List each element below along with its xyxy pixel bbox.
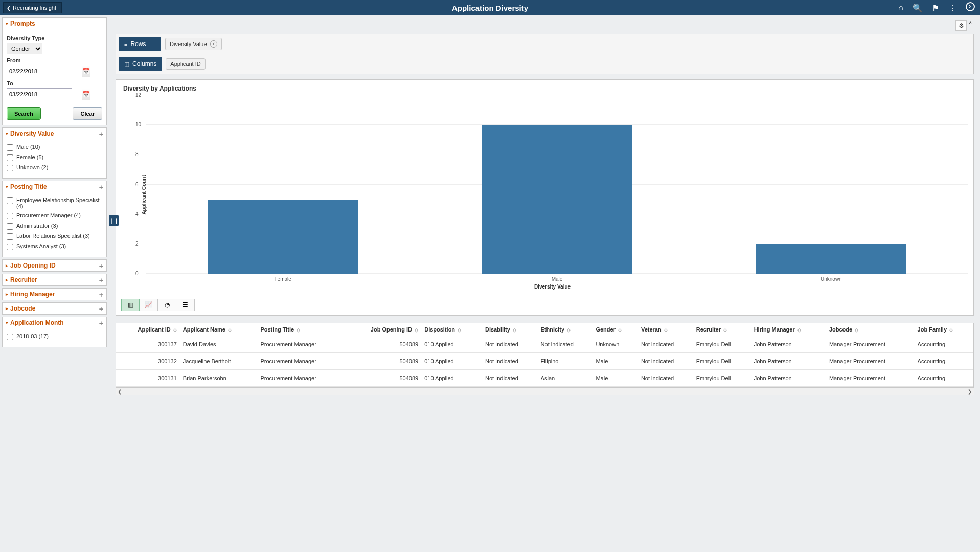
flag-icon[interactable]: ⚑ — [932, 3, 939, 13]
table-cell: Emmylou Dell — [693, 353, 751, 370]
column-header[interactable]: Jobcode ◇ — [826, 323, 915, 336]
item-label: 2018-03 (17) — [16, 333, 49, 339]
sidebar: ▾ Prompts Diversity Type Gender From 📅 T… — [0, 15, 109, 552]
list-item[interactable]: Male (10) — [7, 142, 102, 152]
add-icon[interactable]: + — [99, 262, 103, 270]
scroll-right-icon[interactable]: ❯ — [968, 389, 972, 394]
panel-header[interactable]: ▸Job Opening ID+ — [3, 260, 106, 271]
diversity-type-select[interactable]: Gender — [7, 43, 42, 54]
table-cell: Not Indicated — [482, 336, 538, 353]
column-header[interactable]: Job Opening ID ◇ — [345, 323, 421, 336]
ytick-label: 0 — [135, 271, 139, 276]
back-button[interactable]: ❮ Recruiting Insight — [3, 2, 62, 13]
panel-header[interactable]: ▸Jobcode+ — [3, 303, 106, 314]
column-header[interactable]: Disposition ◇ — [421, 323, 482, 336]
checkbox[interactable] — [7, 154, 13, 161]
home-icon[interactable]: ⌂ — [898, 3, 903, 12]
list-item[interactable]: Unknown (2) — [7, 163, 102, 173]
table-cell: Emmylou Dell — [693, 370, 751, 387]
item-label: Administrator (3) — [16, 223, 58, 229]
list-item[interactable]: Labor Relations Specialist (3) — [7, 231, 102, 241]
add-icon[interactable]: + — [99, 305, 103, 313]
checkbox[interactable] — [7, 165, 13, 171]
pie-chart-icon[interactable]: ◔ — [158, 299, 176, 311]
more-icon[interactable]: ⋮ — [948, 3, 956, 13]
list-item[interactable]: Systems Analyst (3) — [7, 241, 102, 252]
search-icon[interactable]: 🔍 — [913, 3, 923, 13]
table-cell: Brian Parkersohn — [180, 370, 258, 387]
chart-bar[interactable] — [208, 200, 358, 274]
checkbox[interactable] — [7, 244, 13, 250]
checkbox[interactable] — [7, 233, 13, 240]
calendar-icon[interactable]: 📅 — [82, 65, 90, 77]
add-icon[interactable]: + — [99, 183, 103, 191]
scroll-left-icon[interactable]: ❮ — [118, 389, 122, 394]
rows-label[interactable]: ≡ Rows — [119, 37, 161, 51]
horizontal-scrollbar[interactable]: ❮ ❯ — [116, 387, 974, 395]
to-date-field[interactable]: 📅 — [7, 88, 72, 100]
add-icon[interactable]: + — [99, 130, 103, 138]
pivot-config: ≡ Rows Diversity Value × ◫ Columns Appli… — [116, 34, 974, 74]
panel-header-diversity-value[interactable]: ▾ Diversity Value + — [3, 128, 106, 139]
panel-header[interactable]: ▸Recruiter+ — [3, 274, 106, 285]
list-item[interactable]: Female (5) — [7, 152, 102, 163]
column-header[interactable]: Hiring Manager ◇ — [751, 323, 826, 336]
panel-title: Prompts — [10, 20, 35, 27]
panel-header-posting-title[interactable]: ▾ Posting Title + — [3, 181, 106, 192]
clear-button[interactable]: Clear — [73, 107, 102, 120]
line-chart-icon[interactable]: 📈 — [140, 299, 158, 311]
panel-header[interactable]: ▸Hiring Manager+ — [3, 289, 106, 300]
add-icon[interactable]: + — [99, 291, 103, 299]
panel-collapsed: ▸Recruiter+ — [2, 274, 107, 286]
chart-bar[interactable] — [482, 125, 632, 274]
list-item[interactable]: Employee Relationship Specialist (4) — [7, 195, 102, 211]
add-icon[interactable]: + — [99, 276, 103, 284]
panel-diversity-value: ▾ Diversity Value + Male (10)Female (5)U… — [2, 127, 107, 179]
panel-collapsed: ▸Jobcode+ — [2, 302, 107, 315]
panel-title: Diversity Value — [10, 130, 54, 137]
compass-icon[interactable] — [966, 2, 975, 13]
list-item[interactable]: Administrator (3) — [7, 221, 102, 231]
column-header[interactable]: Applicant Name ◇ — [180, 323, 258, 336]
checkbox[interactable] — [7, 213, 13, 219]
to-date-input[interactable] — [7, 89, 82, 100]
from-date-input[interactable] — [7, 65, 82, 77]
search-button[interactable]: Search — [7, 107, 41, 120]
chart-bar[interactable] — [756, 244, 906, 274]
chevron-right-icon: ▸ — [6, 263, 8, 268]
column-header[interactable]: Gender ◇ — [592, 323, 638, 336]
table-row[interactable]: 300132Jacqueline BertholtProcurement Man… — [116, 353, 973, 370]
from-date-field[interactable]: 📅 — [7, 65, 72, 77]
column-header[interactable]: Posting Title ◇ — [257, 323, 345, 336]
panel-header-prompts[interactable]: ▾ Prompts — [3, 18, 106, 29]
collapse-up-icon[interactable]: ^ — [969, 20, 972, 31]
table-row[interactable]: 300137David DaviesProcurement Manager504… — [116, 336, 973, 353]
column-header[interactable]: Applicant ID ◇ — [116, 323, 180, 336]
calendar-icon[interactable]: 📅 — [82, 89, 90, 100]
checkbox[interactable] — [7, 144, 13, 151]
chip-applicant-id[interactable]: Applicant ID — [166, 58, 205, 70]
column-header[interactable]: Ethnicity ◇ — [538, 323, 593, 336]
checkbox[interactable] — [7, 223, 13, 230]
settings-icon[interactable]: ⚙ — [955, 20, 967, 31]
table-row[interactable]: 300131Brian ParkersohnProcurement Manage… — [116, 370, 973, 387]
chip-remove-icon[interactable]: × — [210, 40, 217, 48]
horizontal-bar-icon[interactable]: ☰ — [176, 299, 195, 311]
checkbox[interactable] — [7, 334, 13, 340]
column-header[interactable]: Veteran ◇ — [638, 323, 693, 336]
columns-label[interactable]: ◫ Columns — [119, 57, 162, 71]
sidebar-collapse-handle[interactable]: ❙❙ — [109, 215, 119, 226]
chevron-down-icon: ▾ — [6, 184, 8, 189]
panel-posting-title: ▾ Posting Title + Employee Relationship … — [2, 181, 107, 257]
column-header[interactable]: Recruiter ◇ — [693, 323, 751, 336]
table-cell: 010 Applied — [421, 370, 482, 387]
column-header[interactable]: Job Family ◇ — [915, 323, 973, 336]
column-header[interactable]: Disability ◇ — [482, 323, 538, 336]
list-item[interactable]: 2018-03 (17) — [7, 332, 102, 342]
checkbox[interactable] — [7, 197, 13, 204]
chip-diversity-value[interactable]: Diversity Value × — [165, 38, 222, 50]
bar-chart-icon[interactable]: ▥ — [121, 299, 140, 311]
add-icon[interactable]: + — [99, 319, 103, 327]
list-item[interactable]: Procurement Manager (4) — [7, 211, 102, 221]
panel-header-application-month[interactable]: ▾ Application Month + — [3, 317, 106, 328]
